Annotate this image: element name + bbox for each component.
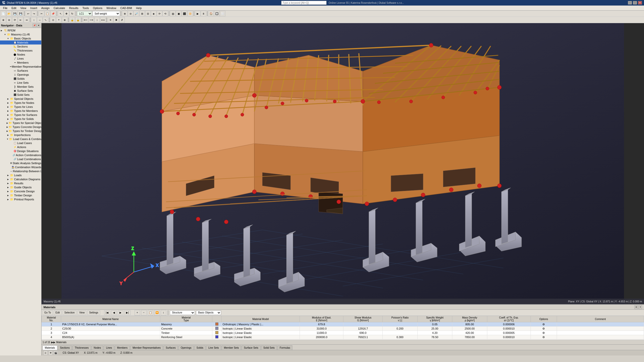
tree-guide-objects[interactable]: ▶ 📁 Guide Objects — [0, 185, 41, 189]
tb2-snap2[interactable]: ⌖ — [56, 17, 62, 23]
viewport[interactable]: X Z Y Masonry (1).rf6 Plane: XY | CS: Gl… — [42, 23, 644, 304]
film-btn[interactable]: 🎬 — [54, 351, 58, 355]
tree-load-cases-combinations[interactable]: ▼ 📁 Load Cases & Combinations — [0, 137, 41, 141]
cell-options[interactable]: ⚙ — [531, 327, 557, 331]
tree-basic-objects[interactable]: ▼ 📁 Basic Objects — [0, 36, 41, 40]
tree-root-rfem[interactable]: ▶ 🏗 RFEM — [0, 28, 41, 32]
menu-cad-bim[interactable]: CAD-BIM — [118, 6, 134, 11]
tree-line-sets[interactable]: ═ Line Sets — [0, 81, 41, 85]
col-options[interactable]: Options — [531, 316, 557, 322]
settings-button[interactable]: Settings — [87, 310, 100, 315]
tb2-del3[interactable]: ✗ — [119, 17, 125, 23]
first-record-btn[interactable]: |◀ — [104, 310, 110, 315]
table-row[interactable]: 3 C24 Timber Isotropic | Linear Elastic … — [42, 331, 644, 335]
minimize-button[interactable]: — — [628, 1, 632, 5]
bottom-panel-detach[interactable]: ⊟ — [634, 305, 638, 309]
tree-solid-sets[interactable]: ⬛ Solid Sets — [0, 93, 41, 97]
lc-label-selector[interactable]: Self weight — [92, 11, 120, 16]
tree-special-objects[interactable]: ▶ 📁 Special Objects — [0, 97, 41, 101]
tb-b3[interactable]: 🔎 — [134, 11, 139, 16]
tree-nodes[interactable]: ⬤ Nodes — [0, 53, 41, 57]
view-button[interactable]: View — [77, 310, 87, 315]
tb-render1[interactable]: ▤ — [170, 11, 176, 16]
col-color[interactable] — [212, 316, 221, 322]
toolbar-save[interactable]: 💾 — [12, 11, 18, 16]
bottom-tab-members[interactable]: Members — [115, 345, 130, 350]
tb-b2[interactable]: ⊖ — [128, 11, 133, 16]
tree-calculation-diagrams[interactable]: ▶ 📁 Calculation Diagrams — [0, 177, 41, 181]
menu-options[interactable]: Options — [91, 6, 104, 11]
menu-file[interactable]: File — [1, 6, 10, 11]
tree-action-combinations[interactable]: 🔗 Action Combinations — [0, 153, 41, 157]
menu-results[interactable]: Results — [67, 6, 80, 11]
bottom-tab-nodes[interactable]: Nodes — [92, 345, 103, 350]
col-g[interactable]: Shear ModulusG [N/mm²] — [343, 316, 383, 322]
tb-render4[interactable]: 🔆 — [187, 11, 193, 16]
toolbar-paste[interactable]: 📌 — [50, 11, 56, 16]
tree-materials[interactable]: 📋 Materials — [0, 40, 41, 44]
next-record-btn[interactable]: ▶ — [118, 310, 123, 315]
tb2-b7[interactable]: ↔ — [37, 17, 43, 23]
table-row[interactable]: 4 B500S(A) Reinforcing Steel Isotropic |… — [42, 335, 644, 339]
tree-types-surfaces[interactable]: ▶ 📁 Types for Surfaces — [0, 113, 41, 117]
col-specific-weight[interactable]: Specific Weightγ [kN/m³] — [417, 316, 452, 322]
menu-edit[interactable]: Edit — [10, 6, 18, 11]
tb-copy-row[interactable]: 📋 — [148, 310, 153, 315]
tb2-b8[interactable]: ⤡ — [43, 17, 48, 23]
eye-btn[interactable]: 👁 — [49, 351, 53, 355]
toolbar-move[interactable]: ✥ — [64, 11, 69, 16]
tree-types-solids[interactable]: ▶ 📁 Types for Solids — [0, 117, 41, 121]
tb-delete-row[interactable]: − — [141, 310, 147, 315]
menu-insert[interactable]: Insert — [28, 6, 39, 11]
tb-calc1[interactable]: ▶ — [195, 11, 200, 16]
tree-types-concrete[interactable]: ▶ 📁 Types Concrete Design — [0, 125, 41, 129]
tree-thicknesses[interactable]: 📏 Thicknesses — [0, 49, 41, 53]
bottom-tab-sections[interactable]: Sections — [58, 345, 72, 350]
table-row[interactable]: 2 C25/30 Concrete Isotropic | Linear Ela… — [42, 327, 644, 331]
cell-options[interactable]: ⚙ — [531, 335, 557, 339]
bottom-tab-thicknesses[interactable]: Thicknesses — [72, 345, 91, 350]
edit-button[interactable]: Edit — [54, 310, 62, 315]
tb-b1[interactable]: ⊕ — [122, 11, 128, 16]
bottom-tab-member-representatives[interactable]: Member Representatives — [130, 345, 163, 350]
menu-calculate[interactable]: Calculate — [52, 6, 67, 11]
tb2-lock[interactable]: 🔒 — [69, 17, 75, 23]
cell-options[interactable]: ⚙ — [531, 331, 557, 335]
tb-b4[interactable]: ⊞ — [139, 11, 145, 16]
tree-combination-wizards[interactable]: 🧙 Combination Wizards — [0, 165, 41, 169]
tb-render3[interactable]: ⬛ — [182, 11, 187, 16]
tb-b5[interactable]: ⊟ — [145, 11, 151, 16]
bottom-tab-openings[interactable]: Openings — [178, 345, 194, 350]
tb2-del2[interactable]: ✖ — [113, 17, 119, 23]
tb-view3[interactable]: ⬜ — [220, 11, 225, 16]
menu-assign[interactable]: Assign — [39, 6, 52, 11]
snap-btn[interactable]: ⊙ — [44, 351, 48, 355]
tree-surface-sets[interactable]: ▣ Surface Sets — [0, 89, 41, 93]
toolbar-copy[interactable]: 📋 — [45, 11, 50, 16]
tree-imperfections[interactable]: ▶ 📁 Imperfections — [0, 133, 41, 137]
tb-b8[interactable]: ⟲ — [163, 11, 168, 16]
tb-render2[interactable]: ▣ — [176, 11, 181, 16]
tree-types-lines[interactable]: ▶ 📁 Types for Lines — [0, 105, 41, 109]
toolbar-new[interactable]: 📄 — [1, 11, 6, 16]
col-name[interactable]: Material Name — [61, 316, 160, 322]
tree-relationship-load-cases[interactable]: ↔ Relationship Between Load Cases — [0, 169, 41, 173]
col-mass-density[interactable]: Mass Densityρ [kg/m³] — [452, 316, 487, 322]
tb-b7[interactable]: ⟳ — [157, 11, 162, 16]
toolbar-rotate[interactable]: ↻ — [69, 11, 75, 16]
toolbar-select[interactable]: ↖ — [58, 11, 63, 16]
col-e[interactable]: Modulus of Elast.E [N/mm²] — [300, 316, 343, 322]
toolbar-save-as[interactable]: 💾 — [18, 11, 23, 16]
menu-help[interactable]: Help — [134, 6, 144, 11]
col-type[interactable]: MaterialType — [160, 316, 212, 322]
tree-solids[interactable]: ⬛ Solids — [0, 77, 41, 81]
tree-lines[interactable]: ╱ Lines — [0, 57, 41, 61]
maximize-button[interactable]: □ — [633, 1, 637, 5]
bottom-tab-surfaces[interactable]: Surfaces — [164, 345, 178, 350]
tree-member-sets[interactable]: ╠ Member Sets — [0, 85, 41, 89]
structure-filter-combo[interactable]: Structure — [170, 310, 195, 315]
tree-openings[interactable]: ▯ Openings — [0, 73, 41, 77]
tb-add-row[interactable]: + — [135, 310, 140, 315]
tree-design-situations[interactable]: 🎯 Design Situations — [0, 149, 41, 153]
nav-close-button[interactable]: ✕ — [37, 24, 40, 27]
